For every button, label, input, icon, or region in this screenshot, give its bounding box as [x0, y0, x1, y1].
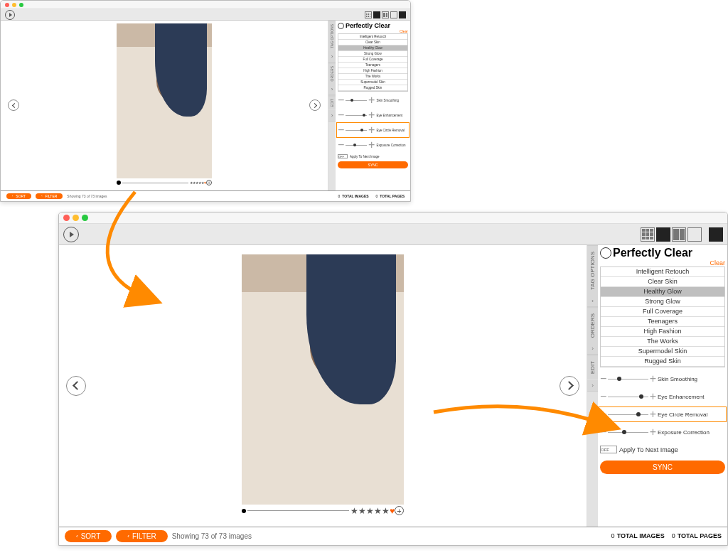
- slider-label: Eye Circle Removal: [376, 129, 408, 132]
- preset-item[interactable]: Supermodel Skin: [338, 80, 407, 85]
- preset-item[interactable]: Teenagers: [601, 317, 724, 327]
- preset-item[interactable]: Full Coverage: [338, 57, 407, 63]
- preset-item[interactable]: Intelligent Retouch: [601, 267, 724, 277]
- adjust-slider[interactable]: −+Skin Smoothing: [338, 94, 408, 107]
- scrub-track[interactable]: [247, 510, 349, 511]
- preset-item[interactable]: Strong Glow: [601, 297, 724, 307]
- play-button[interactable]: [63, 227, 79, 242]
- image-controls: ★★★★★ ♥ +: [117, 178, 212, 187]
- download-icon[interactable]: [399, 11, 406, 18]
- view-fullscreen-icon[interactable]: [390, 11, 397, 18]
- adjust-slider[interactable]: −+Eye Circle Removal: [600, 408, 725, 421]
- minimize-dot[interactable]: [12, 3, 16, 7]
- view-fullscreen-icon[interactable]: [687, 227, 702, 242]
- slider-label: Exposure Correction: [376, 144, 408, 147]
- scrub-track[interactable]: [122, 183, 188, 183]
- close-dot[interactable]: [5, 3, 9, 7]
- rating-stars[interactable]: ★★★★★: [350, 506, 390, 516]
- preset-item[interactable]: High Fashion: [338, 68, 407, 74]
- preset-item[interactable]: Teenagers: [338, 63, 407, 68]
- view-compare-icon[interactable]: [672, 227, 686, 242]
- preset-item[interactable]: Clear Skin: [338, 40, 407, 45]
- close-dot[interactable]: [63, 215, 70, 221]
- add-icon[interactable]: +: [206, 180, 212, 185]
- preset-item[interactable]: Clear Skin: [601, 277, 724, 287]
- preset-item[interactable]: High Fashion: [601, 327, 724, 337]
- tab-edit[interactable]: EDIT: [328, 95, 336, 109]
- preset-item[interactable]: Rugged Skin: [338, 85, 407, 91]
- total-pages-count: 0: [672, 532, 675, 539]
- preset-item[interactable]: Healthy Glow: [601, 287, 724, 297]
- filter-button[interactable]: ‹FILTER: [116, 530, 167, 542]
- scrub-thumb[interactable]: [117, 181, 121, 185]
- total-images-label: TOTAL IMAGES: [617, 532, 665, 539]
- preset-item[interactable]: Supermodel Skin: [601, 347, 724, 357]
- preset-item[interactable]: Strong Glow: [338, 51, 407, 57]
- prev-image-button[interactable]: [66, 376, 86, 396]
- slider-label: Eye Circle Removal: [658, 411, 725, 418]
- sync-button[interactable]: SYNC: [600, 461, 725, 474]
- next-image-button[interactable]: [560, 376, 579, 396]
- slider-group: −+Skin Smoothing−+Eye Enhancement−+Eye C…: [338, 94, 408, 151]
- apply-next-toggle[interactable]: OFF: [338, 154, 348, 158]
- tab-expand-icon[interactable]: ›: [328, 51, 336, 63]
- tab-orders[interactable]: ORDERS: [328, 63, 336, 84]
- tab-tag-options[interactable]: TAG OPTIONS: [328, 21, 336, 51]
- preset-item[interactable]: Rugged Skin: [601, 357, 724, 367]
- brand-name: Perfectly Clear: [346, 22, 390, 29]
- filter-button[interactable]: ‹FILTER: [36, 193, 63, 199]
- footer: ‹SORT ‹FILTER Showing 73 of 73 images 0T…: [1, 190, 410, 201]
- apply-next-label: Apply To Next Image: [619, 446, 678, 453]
- tab-expand-icon[interactable]: ›: [587, 296, 598, 307]
- tab-expand-icon[interactable]: ›: [587, 343, 598, 355]
- preset-item[interactable]: Full Coverage: [601, 307, 724, 317]
- rating-stars[interactable]: ★★★★★: [190, 181, 204, 185]
- view-single-icon[interactable]: [373, 11, 380, 18]
- download-icon[interactable]: [709, 227, 723, 242]
- view-grid-icon[interactable]: [641, 227, 655, 242]
- clear-link[interactable]: Clear: [600, 259, 725, 266]
- play-button[interactable]: [5, 10, 15, 20]
- view-single-icon[interactable]: [656, 227, 670, 242]
- preset-item[interactable]: Healthy Glow: [338, 45, 407, 51]
- scrub-thumb[interactable]: [242, 509, 246, 513]
- preset-item[interactable]: Intelligent Retouch: [338, 34, 407, 40]
- apply-next-label: Apply To Next Image: [350, 155, 379, 158]
- toolbar: [59, 224, 727, 245]
- adjust-slider[interactable]: −+Eye Enhancement: [600, 390, 725, 403]
- stage: ★★★★★ ♥ +: [59, 245, 587, 527]
- tab-expand-icon[interactable]: ›: [328, 84, 336, 95]
- next-image-button[interactable]: [309, 99, 321, 111]
- total-pages-label: TOTAL PAGES: [380, 194, 405, 198]
- favorite-icon[interactable]: ♥: [390, 506, 395, 516]
- total-pages-count: 0: [376, 194, 378, 198]
- tab-expand-icon[interactable]: ›: [587, 380, 598, 392]
- brand-name: Perfectly Clear: [613, 247, 692, 259]
- prev-image-button[interactable]: [8, 99, 19, 111]
- preset-item[interactable]: The Works: [601, 337, 724, 347]
- slider-label: Skin Smoothing: [376, 99, 408, 102]
- showing-text: Showing 73 of 73 images: [67, 194, 107, 198]
- tab-orders[interactable]: ORDERS: [587, 307, 598, 343]
- adjust-slider[interactable]: −+Eye Circle Removal: [338, 124, 408, 136]
- side-panel: TAG OPTIONS › ORDERS › EDIT › Perfectly …: [328, 21, 410, 190]
- adjust-slider[interactable]: −+Exposure Correction: [600, 426, 725, 438]
- tab-tag-options[interactable]: TAG OPTIONS: [587, 245, 598, 296]
- preset-item[interactable]: The Works: [338, 74, 407, 80]
- adjust-slider[interactable]: −+Eye Enhancement: [338, 109, 408, 122]
- minimize-dot[interactable]: [73, 215, 79, 221]
- adjust-slider[interactable]: −+Skin Smoothing: [600, 372, 725, 385]
- sun-icon: [338, 23, 344, 29]
- apply-next-toggle[interactable]: OFF: [600, 446, 617, 453]
- zoom-dot[interactable]: [19, 3, 23, 7]
- sync-button[interactable]: SYNC: [338, 161, 408, 168]
- tab-expand-icon[interactable]: ›: [328, 110, 336, 122]
- zoom-dot[interactable]: [82, 215, 88, 221]
- sort-button[interactable]: ‹SORT: [6, 193, 31, 199]
- adjust-slider[interactable]: −+Exposure Correction: [338, 139, 408, 151]
- tab-edit[interactable]: EDIT: [587, 355, 598, 379]
- sort-button[interactable]: ‹SORT: [65, 530, 112, 542]
- view-compare-icon[interactable]: [382, 11, 389, 18]
- add-icon[interactable]: +: [395, 506, 404, 515]
- view-grid-icon[interactable]: [365, 11, 372, 18]
